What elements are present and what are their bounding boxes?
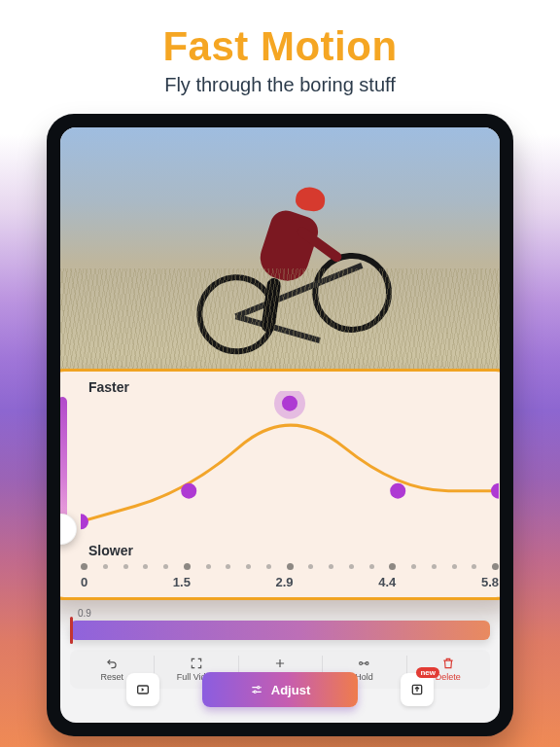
back-icon — [135, 682, 151, 697]
page-title: Fast Motion — [162, 23, 397, 70]
playhead[interactable] — [70, 617, 73, 644]
app-screen: Faster Slower 0 1.5 2.9 4.4 5. — [60, 127, 500, 723]
curve-point[interactable] — [81, 514, 88, 529]
clip-timeline[interactable] — [70, 621, 490, 640]
curve-point[interactable] — [181, 483, 196, 499]
tick-label: 4.4 — [378, 575, 396, 589]
tick-label: 1.5 — [173, 575, 191, 589]
speed-vertical-slider-knob[interactable] — [60, 514, 77, 545]
trash-icon — [441, 657, 455, 670]
timeline-tick-labels: 0 1.5 2.9 4.4 5.8 — [81, 575, 499, 589]
export-button[interactable]: new — [401, 673, 434, 706]
plus-icon — [273, 657, 287, 670]
speed-curve-chart[interactable] — [81, 391, 499, 545]
adjust-button[interactable]: Adjust — [202, 672, 358, 707]
new-badge: new — [416, 667, 439, 678]
svg-point-1 — [360, 662, 363, 665]
expand-icon — [190, 657, 203, 670]
svg-point-4 — [257, 687, 259, 689]
adjust-label: Adjust — [271, 683, 310, 697]
undo-icon — [105, 657, 119, 670]
curve-point[interactable] — [491, 483, 499, 499]
tick-label: 5.8 — [481, 575, 499, 589]
svg-point-5 — [254, 691, 256, 693]
hold-icon — [357, 657, 370, 670]
tick-label: 0 — [81, 575, 88, 589]
tablet-frame: Faster Slower 0 1.5 2.9 4.4 5. — [47, 114, 513, 736]
page-subtitle: Fly through the boring stuff — [162, 74, 397, 96]
sliders-icon — [250, 683, 263, 696]
curve-point[interactable] — [390, 483, 405, 499]
current-time-label: 0.9 — [78, 608, 490, 619]
curve-point[interactable] — [282, 396, 298, 411]
timeline-minor-ticks — [81, 562, 499, 570]
video-preview[interactable] — [60, 127, 500, 375]
slower-label: Slower — [88, 543, 133, 558]
speed-curve-editor: Faster Slower 0 1.5 2.9 4.4 5. — [60, 369, 500, 600]
export-icon — [409, 682, 425, 697]
back-button[interactable] — [126, 673, 159, 706]
svg-point-2 — [366, 662, 368, 665]
tick-label: 2.9 — [276, 575, 294, 589]
